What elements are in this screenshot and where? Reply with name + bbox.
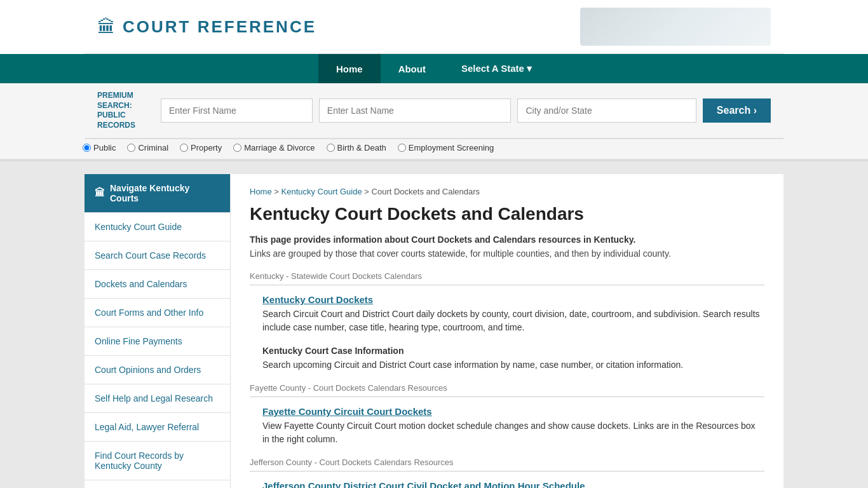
radio-marriage-divorce[interactable]: Marriage & Divorce bbox=[233, 143, 315, 152]
logo-icon: 🏛 bbox=[97, 17, 115, 37]
sidebar-label-case-records: Search Court Case Records bbox=[95, 250, 206, 261]
resource-ky-dockets: Kentucky Court Dockets Search Circuit Co… bbox=[250, 294, 764, 334]
search-button[interactable]: Search › bbox=[703, 98, 771, 123]
section-header-statewide: Kentucky - Statewide Court Dockets Calen… bbox=[250, 271, 764, 281]
first-name-input[interactable] bbox=[161, 98, 313, 123]
resource-fayette: Fayette County Circuit Court Dockets Vie… bbox=[250, 406, 764, 446]
sidebar-label-navigate: Navigate Kentucky Courts bbox=[110, 183, 220, 203]
sidebar-item-county-records[interactable]: Find Court Records by Kentucky County bbox=[85, 442, 230, 480]
fayette-link[interactable]: Fayette County Circuit Court Dockets bbox=[262, 406, 764, 417]
premium-label: PREMIUM SEARCH: PUBLIC RECORDS bbox=[97, 91, 154, 130]
fayette-desc: View Fayette County Circuit Court motion… bbox=[262, 419, 764, 446]
sidebar-item-navigate[interactable]: 🏛 Navigate Kentucky Courts bbox=[85, 174, 230, 213]
sidebar-item-opinions[interactable]: Court Opinions and Orders bbox=[85, 356, 230, 384]
last-name-input[interactable] bbox=[319, 98, 512, 123]
intro-normal: Links are grouped by those that cover co… bbox=[250, 248, 764, 259]
courthouse-icon: 🏛 bbox=[95, 187, 105, 199]
nav-about[interactable]: About bbox=[381, 54, 444, 83]
radio-criminal[interactable]: Criminal bbox=[127, 143, 168, 152]
radio-public[interactable]: Public bbox=[83, 143, 116, 152]
section-header-fayette: Fayette County - Court Dockets Calendars… bbox=[250, 383, 764, 393]
nav-select-state[interactable]: Select A State ▾ bbox=[444, 54, 550, 83]
radio-property[interactable]: Property bbox=[180, 143, 222, 152]
breadcrumb-current: Court Dockets and Calendars bbox=[372, 187, 480, 196]
sidebar-item-forms[interactable]: Court Forms and Other Info bbox=[85, 299, 230, 327]
ky-case-info-desc-wrap: Search upcoming Circuit and District Cou… bbox=[250, 358, 764, 372]
nav-home[interactable]: Home bbox=[318, 54, 381, 83]
sidebar-label-county-records: Find Court Records by Kentucky County bbox=[95, 451, 220, 471]
sidebar-item-guide[interactable]: Kentucky Court Guide bbox=[85, 213, 230, 241]
sidebar-item-fines[interactable]: Online Fine Payments bbox=[85, 327, 230, 356]
sidebar-label-fines: Online Fine Payments bbox=[95, 336, 182, 346]
sidebar-item-dockets[interactable]: Dockets and Calendars bbox=[85, 270, 230, 299]
page-title: Kentucky Court Dockets and Calendars bbox=[250, 204, 764, 224]
breadcrumb-guide[interactable]: Kentucky Court Guide bbox=[281, 187, 362, 196]
intro-bold: This page provides information about Cou… bbox=[250, 234, 764, 245]
sidebar-label-dockets: Dockets and Calendars bbox=[95, 279, 187, 289]
ky-dockets-desc: Search Circuit Court and District Court … bbox=[262, 308, 764, 334]
ky-dockets-link[interactable]: Kentucky Court Dockets bbox=[262, 294, 764, 305]
radio-employment[interactable]: Employment Screening bbox=[398, 143, 494, 152]
ky-case-info-title: Kentucky Court Case Information bbox=[250, 346, 764, 356]
sidebar-label-forms: Court Forms and Other Info bbox=[95, 308, 203, 318]
sidebar-item-legalaid[interactable]: Legal Aid, Lawyer Referral bbox=[85, 413, 230, 442]
breadcrumb-home[interactable]: Home bbox=[250, 187, 272, 196]
sidebar-label-legalaid: Legal Aid, Lawyer Referral bbox=[95, 422, 199, 432]
resource-jefferson: Jefferson County District Court Civil Do… bbox=[250, 480, 764, 488]
sidebar-label-opinions: Court Opinions and Orders bbox=[95, 365, 201, 375]
jefferson-link[interactable]: Jefferson County District Court Civil Do… bbox=[262, 480, 764, 488]
logo-text: COURT REFERENCE bbox=[123, 17, 316, 37]
radio-birth-death[interactable]: Birth & Death bbox=[327, 143, 386, 152]
sidebar-item-selfhelp[interactable]: Self Help and Legal Research bbox=[85, 384, 230, 413]
sidebar-item-case-records[interactable]: Search Court Case Records bbox=[85, 241, 230, 270]
ky-case-info-desc: Search upcoming Circuit and District Cou… bbox=[262, 358, 764, 372]
breadcrumb: Home > Kentucky Court Guide > Court Dock… bbox=[250, 187, 764, 196]
section-header-jefferson: Jefferson County - Court Dockets Calenda… bbox=[250, 458, 764, 467]
city-state-input[interactable] bbox=[517, 98, 696, 123]
sidebar-label-selfhelp: Self Help and Legal Research bbox=[95, 393, 213, 403]
sidebar-label-guide: Kentucky Court Guide bbox=[95, 222, 182, 232]
